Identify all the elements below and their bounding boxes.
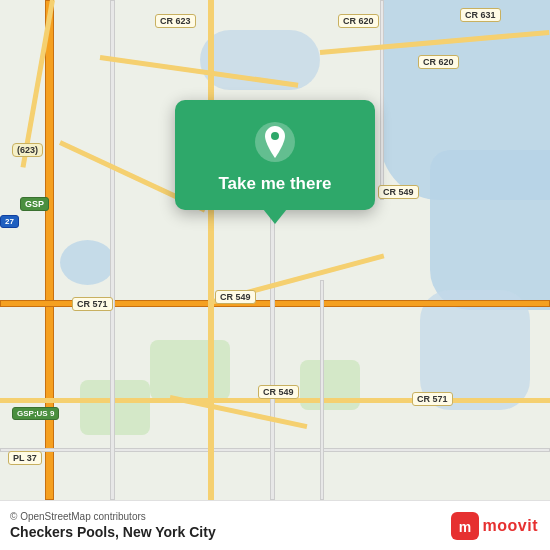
road-label-cr620-right: CR 620 [418, 55, 459, 69]
location-title: Checkers Pools, New York City [10, 524, 216, 540]
bottom-bar: © OpenStreetMap contributors Checkers Po… [0, 500, 550, 550]
road-label-cr571-right: CR 571 [412, 392, 453, 406]
road-vertical-4 [320, 280, 324, 500]
water-body-left-mid [60, 240, 115, 285]
moovit-icon: m [451, 512, 479, 540]
road-label-cr549-bottom: CR 549 [258, 385, 299, 399]
road-label-cr571-left: CR 571 [72, 297, 113, 311]
gsp-highway [45, 0, 54, 500]
road-vertical-3 [270, 180, 275, 500]
road-vertical-1 [110, 0, 115, 500]
location-info: © OpenStreetMap contributors Checkers Po… [10, 511, 216, 540]
road-badge-27: 27 [0, 215, 19, 228]
road-label-cr620-top: CR 620 [338, 14, 379, 28]
take-me-there-button[interactable]: Take me there [175, 100, 375, 210]
location-pin-icon [253, 120, 297, 164]
road-vertical-5 [380, 0, 384, 200]
moovit-text: moovit [483, 517, 538, 535]
green-area-3 [80, 380, 150, 435]
road-label-cr631: CR 631 [460, 8, 501, 22]
svg-point-1 [271, 132, 279, 140]
road-horizontal-5 [0, 448, 550, 452]
osm-credit-text: © OpenStreetMap contributors [10, 511, 216, 522]
green-area-1 [150, 340, 230, 400]
road-badge-623: (623) [12, 143, 43, 157]
road-label-cr549-lower: CR 549 [215, 290, 256, 304]
road-badge-gspus9: GSP;US 9 [12, 407, 59, 420]
road-badge-pl37: PL 37 [8, 451, 42, 465]
road-badge-gsp: GSP [20, 197, 49, 211]
map-container: CR 623 CR 620 CR 620 CR 631 CR 549 CR 54… [0, 0, 550, 500]
road-label-cr549-mid: CR 549 [378, 185, 419, 199]
svg-text:m: m [458, 519, 470, 535]
popup-button-label: Take me there [218, 174, 331, 194]
road-label-cr623: CR 623 [155, 14, 196, 28]
moovit-logo: m moovit [451, 512, 538, 540]
water-body-right-mid [430, 150, 550, 310]
